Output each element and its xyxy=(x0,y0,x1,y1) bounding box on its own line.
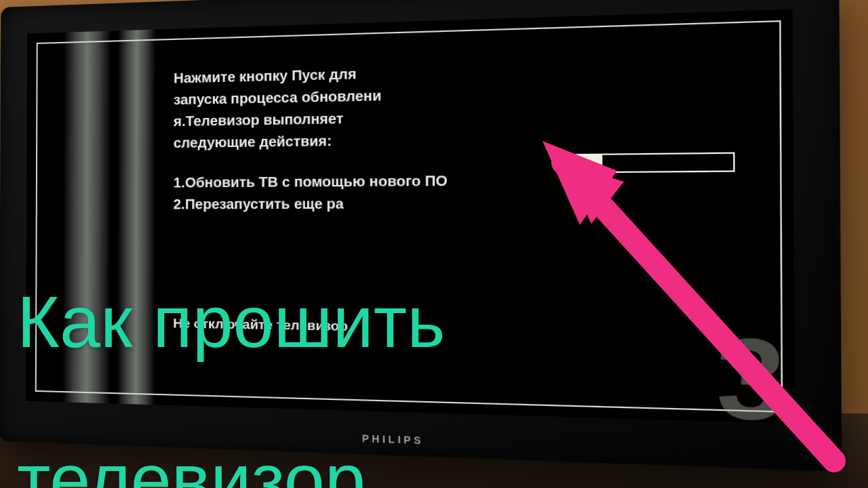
intro-line: запуска процесса обновлени xyxy=(174,84,412,110)
update-steps: 1.Обновить ТВ с помощью нового ПО 2.Пере… xyxy=(174,167,760,216)
tv-brand-label: PHILIPS xyxy=(362,432,424,446)
step-line: 2.Перезапустить еще ра xyxy=(174,191,760,216)
intro-line: я.Телевизор выполняет xyxy=(174,106,412,132)
update-message: Нажмите кнопку Пуск для запуска процесса… xyxy=(173,53,760,344)
tv-bezel: Нажмите кнопку Пуск для запуска процесса… xyxy=(0,0,842,472)
progress-bar xyxy=(565,152,734,174)
tv-screen: Нажмите кнопку Пуск для запуска процесса… xyxy=(26,9,795,424)
update-intro: Нажмите кнопку Пуск для запуска процесса… xyxy=(174,62,412,154)
progress-fill xyxy=(567,155,603,172)
tv-set: Нажмите кнопку Пуск для запуска процесса… xyxy=(0,0,842,472)
intro-line: следующие действия: xyxy=(174,129,412,154)
